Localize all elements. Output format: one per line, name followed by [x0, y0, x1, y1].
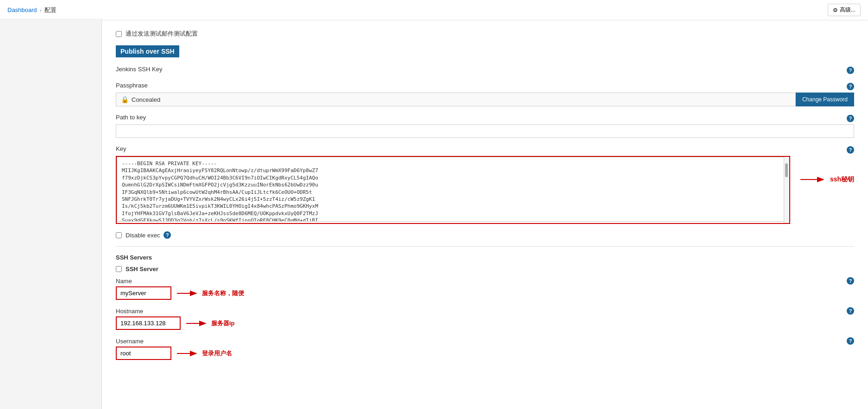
name-input-row: 服务名称，随便 — [116, 286, 854, 300]
passphrase-field: Passphrase ? 🔒 Concealed Change Password — [116, 82, 854, 106]
advanced-label: 高级... — [840, 6, 855, 14]
name-label-row: Name ? — [116, 277, 854, 285]
section-divider — [116, 246, 854, 247]
top-bar: Dashboard › 配置 ⚙ 高级... — [0, 0, 868, 20]
key-field: Key ? -----BEGIN RSA PRIVATE KEY----- MI… — [116, 145, 854, 224]
change-password-button[interactable]: Change Password — [796, 93, 854, 106]
path-to-key-help[interactable]: ? — [847, 115, 854, 122]
breadcrumb-current: 配置 — [44, 6, 57, 14]
jenkins-ssh-key-field: Jenkins SSH Key ? — [116, 66, 854, 74]
disable-exec-checkbox[interactable] — [116, 232, 122, 238]
username-label: Username — [116, 338, 144, 345]
username-arrow-icon — [176, 349, 199, 358]
hostname-help[interactable]: ? — [847, 307, 854, 315]
name-field: Name ? 服务名称，随便 — [116, 277, 854, 300]
hostname-arrow-icon — [185, 319, 208, 328]
username-annotation: 登录用户名 — [176, 349, 232, 358]
key-annotation-text: ssh秘钥 — [830, 175, 854, 184]
key-label: Key — [116, 145, 126, 152]
jenkins-ssh-key-help[interactable]: ? — [847, 67, 854, 74]
passphrase-display: 🔒 Concealed — [116, 93, 796, 106]
name-label: Name — [116, 278, 132, 285]
ssh-server-collapse-checkbox[interactable] — [116, 266, 122, 272]
hostname-input-row: 服务器ip — [116, 316, 854, 330]
username-label-row: Username ? — [116, 337, 854, 345]
path-to-key-label: Path to key — [116, 114, 146, 121]
hostname-input[interactable] — [116, 316, 181, 330]
test-config-label: 通过发送测试邮件测试配置 — [126, 30, 198, 38]
key-textarea[interactable]: -----BEGIN RSA PRIVATE KEY----- MIIJKgIB… — [117, 157, 789, 222]
ssh-servers-title: SSH Servers — [116, 254, 854, 261]
key-help[interactable]: ? — [847, 146, 854, 154]
breadcrumb-dashboard[interactable]: Dashboard — [7, 6, 37, 13]
name-arrow-icon — [176, 289, 199, 298]
hostname-field: Hostname ? 服务器ip — [116, 307, 854, 330]
gear-icon: ⚙ — [833, 7, 838, 13]
path-to-key-field: Path to key ? — [116, 114, 854, 138]
path-to-key-input[interactable] — [116, 124, 854, 138]
passphrase-label: Passphrase — [116, 82, 148, 89]
hostname-annotation: 服务器ip — [185, 319, 235, 328]
disable-exec-help[interactable]: ? — [164, 231, 171, 239]
advanced-button[interactable]: ⚙ 高级... — [828, 4, 861, 16]
main-content: 通过发送测试邮件测试配置 Publish over SSH Jenkins SS… — [102, 20, 868, 409]
test-config-section: 通过发送测试邮件测试配置 — [116, 30, 854, 38]
jenkins-ssh-key-label: Jenkins SSH Key — [116, 66, 162, 73]
key-arrow-icon — [799, 174, 827, 185]
passphrase-value: Concealed — [132, 96, 160, 103]
username-input-row: 登录用户名 — [116, 347, 854, 360]
sidebar — [0, 19, 102, 409]
hostname-label-row: Hostname ? — [116, 307, 854, 315]
breadcrumb-separator: › — [40, 6, 42, 13]
test-config-checkbox[interactable] — [116, 31, 122, 37]
username-help[interactable]: ? — [847, 337, 854, 345]
disable-exec-row: Disable exec ? — [116, 231, 854, 239]
publish-over-ssh-title: Publish over SSH — [116, 45, 179, 57]
ssh-server-header: SSH Server — [116, 266, 854, 273]
name-help[interactable]: ? — [847, 277, 854, 285]
passphrase-help[interactable]: ? — [847, 83, 854, 90]
disable-exec-label: Disable exec — [126, 232, 160, 239]
hostname-label: Hostname — [116, 308, 143, 315]
passphrase-input-row: 🔒 Concealed Change Password — [116, 93, 854, 106]
top-bar-right: ⚙ 高级... — [828, 4, 861, 16]
ssh-server-header-label: SSH Server — [126, 266, 158, 273]
lock-icon: 🔒 — [121, 96, 129, 103]
name-input[interactable] — [116, 286, 171, 300]
publish-over-ssh-section: Publish over SSH Jenkins SSH Key ? Passp… — [116, 45, 854, 360]
key-annotation: ssh秘钥 — [799, 174, 854, 185]
username-input[interactable] — [116, 347, 171, 360]
username-field: Username ? 登录用户名 — [116, 337, 854, 360]
name-annotation: 服务名称，随便 — [176, 289, 244, 298]
name-annotation-text: 服务名称，随便 — [202, 289, 244, 297]
hostname-annotation-text: 服务器ip — [211, 319, 235, 328]
ssh-server-block: SSH Server Name ? 服务名称，随便 — [116, 266, 854, 360]
username-annotation-text: 登录用户名 — [202, 349, 232, 358]
